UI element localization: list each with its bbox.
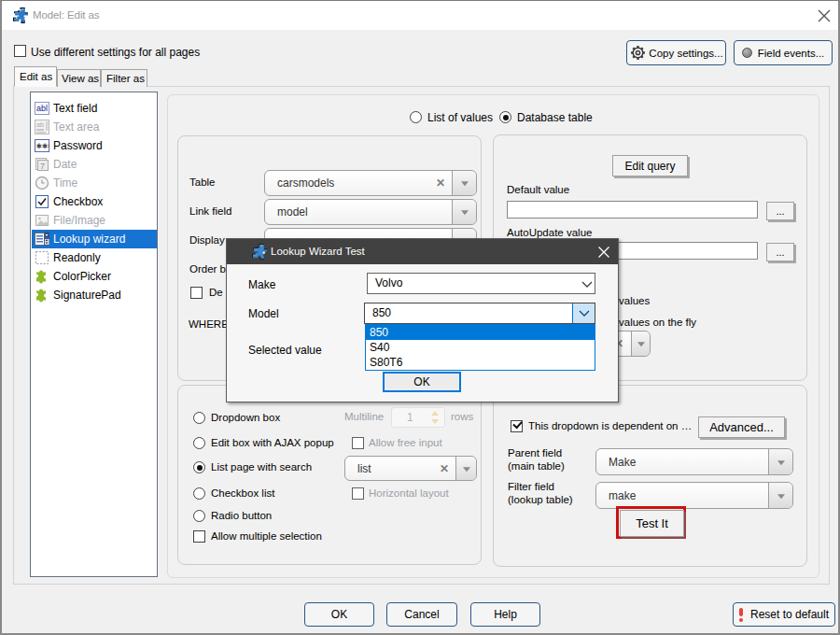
- svg-text:abl: abl: [36, 104, 48, 113]
- svg-text:✱✱✱: ✱✱✱: [36, 142, 50, 150]
- svg-text:ab: ab: [36, 121, 44, 128]
- svg-text:7: 7: [40, 162, 45, 171]
